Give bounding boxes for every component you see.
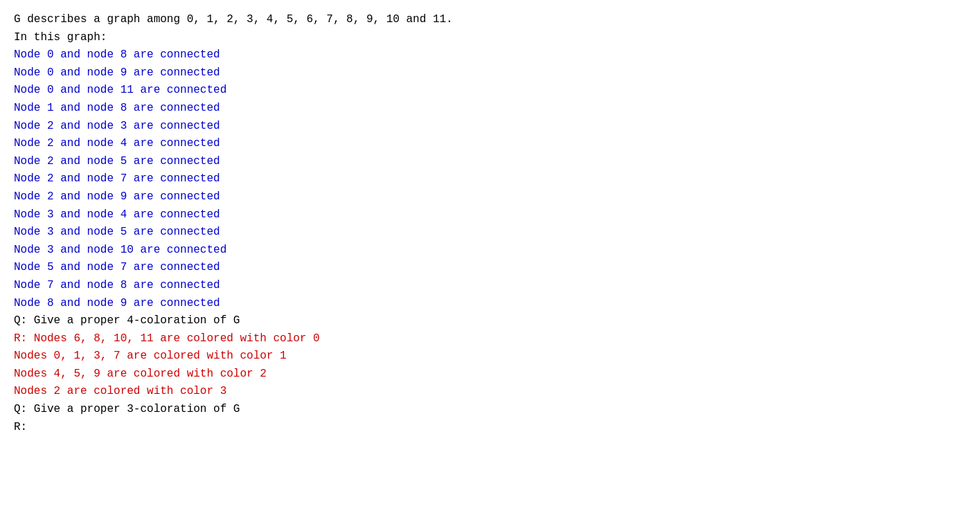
text-line-edge8: Node 2 and node 7 are connected <box>14 170 966 188</box>
text-line-r1-label: R: Nodes 6, 8, 10, 11 are colored with c… <box>14 330 966 348</box>
main-content: G describes a graph among 0, 1, 2, 3, 4,… <box>14 11 966 436</box>
text-line-q2: Q: Give a proper 3-coloration of G <box>14 401 966 419</box>
text-line-edge11: Node 3 and node 5 are connected <box>14 224 966 242</box>
text-line-edge5: Node 2 and node 3 are connected <box>14 118 966 136</box>
text-line-edge2: Node 0 and node 9 are connected <box>14 64 966 82</box>
text-line-r1-color1: Nodes 0, 1, 3, 7 are colored with color … <box>14 348 966 366</box>
text-line-edge7: Node 2 and node 5 are connected <box>14 153 966 171</box>
text-line-edge6: Node 2 and node 4 are connected <box>14 135 966 153</box>
text-line-edge14: Node 7 and node 8 are connected <box>14 277 966 295</box>
text-line-edge12: Node 3 and node 10 are connected <box>14 242 966 260</box>
text-line-r1-color3: Nodes 2 are colored with color 3 <box>14 383 966 401</box>
text-line-r1-color2: Nodes 4, 5, 9 are colored with color 2 <box>14 366 966 384</box>
text-line-intro: G describes a graph among 0, 1, 2, 3, 4,… <box>14 11 966 29</box>
text-line-q1: Q: Give a proper 4-coloration of G <box>14 312 966 330</box>
text-line-edge1: Node 0 and node 8 are connected <box>14 46 966 64</box>
text-line-edge13: Node 5 and node 7 are connected <box>14 259 966 277</box>
text-line-r2: R: <box>14 419 966 437</box>
text-line-edge4: Node 1 and node 8 are connected <box>14 100 966 118</box>
text-line-in-this-graph: In this graph: <box>14 29 966 47</box>
text-line-edge9: Node 2 and node 9 are connected <box>14 188 966 206</box>
text-line-edge10: Node 3 and node 4 are connected <box>14 206 966 224</box>
text-line-edge15: Node 8 and node 9 are connected <box>14 295 966 313</box>
text-line-edge3: Node 0 and node 11 are connected <box>14 82 966 100</box>
